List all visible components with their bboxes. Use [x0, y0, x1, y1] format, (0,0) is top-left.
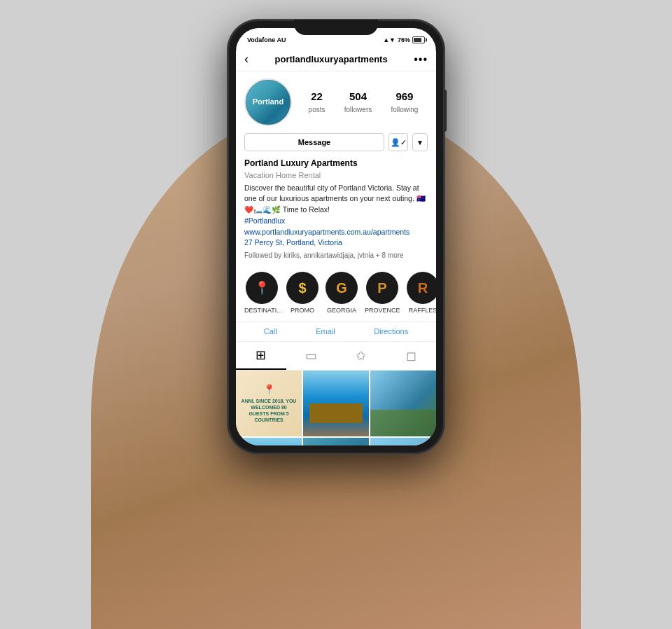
- igtv-icon: ▭: [305, 348, 317, 364]
- action-buttons: Message 👤✓ ▼: [244, 133, 428, 151]
- follow-icon-button[interactable]: 👤✓: [388, 133, 408, 151]
- phone-shell: Vodafone AU ▲▼ 76% ‹ portlandluxuryapart…: [227, 20, 444, 454]
- highlight-circle-raffles: R: [407, 272, 436, 304]
- bio-description: Discover the beautiful city of Portland …: [244, 183, 428, 216]
- bio-category: Vacation Home Rental: [244, 170, 428, 181]
- battery-percent: 76%: [398, 36, 410, 43]
- photo-2[interactable]: [303, 371, 369, 436]
- highlight-label-raffles: RAFFLES: [409, 307, 436, 314]
- highlight-circle-promo: $: [286, 272, 318, 304]
- signal-icon: ▲▼: [383, 36, 396, 43]
- highlight-label-destinations: DESTINATI...: [244, 307, 279, 314]
- highlight-circle-provence: P: [366, 272, 398, 304]
- photo-4[interactable]: [236, 438, 302, 445]
- highlight-promo[interactable]: $ PROMO: [286, 272, 318, 314]
- action-links-row: Call Email Directions: [236, 322, 436, 342]
- dropdown-button[interactable]: ▼: [412, 133, 428, 151]
- highlight-label-provence: PROVENCE: [365, 307, 400, 314]
- followers-stat[interactable]: 504 followers: [344, 90, 372, 115]
- phone-screen: Vodafone AU ▲▼ 76% ‹ portlandluxuryapart…: [236, 28, 436, 445]
- star-icon: ✩: [356, 348, 366, 364]
- battery-icon: [412, 36, 425, 43]
- battery-area: ▲▼ 76%: [383, 36, 425, 43]
- pin-icon: 📍: [263, 384, 275, 395]
- grid-icon: ⊞: [255, 347, 266, 363]
- followers-count: 504: [344, 90, 372, 102]
- notch: [294, 20, 378, 35]
- more-options-button[interactable]: •••: [414, 53, 428, 66]
- profile-top: Portland 22 posts 504 followers: [244, 78, 428, 126]
- posts-count: 22: [309, 90, 326, 102]
- call-link[interactable]: Call: [264, 327, 277, 336]
- avatar-text: Portland: [253, 97, 284, 106]
- highlight-circle-destinations: 📍: [246, 272, 278, 304]
- photo-3[interactable]: [370, 371, 436, 436]
- directions-link[interactable]: Directions: [374, 327, 408, 336]
- photo-5[interactable]: [303, 438, 369, 445]
- tab-igtv[interactable]: ▭: [286, 342, 337, 370]
- scene: Vodafone AU ▲▼ 76% ‹ portlandluxuryapart…: [0, 0, 672, 629]
- following-count: 969: [391, 90, 418, 102]
- posts-stat[interactable]: 22 posts: [309, 90, 326, 115]
- bio-section: Portland Luxury Apartments Vacation Home…: [244, 157, 428, 261]
- stats-row: 22 posts 504 followers 969 following: [299, 90, 428, 115]
- tab-bar: ⊞ ▭ ✩ ◻: [236, 342, 436, 371]
- highlight-label-georgia: GEORGIA: [327, 307, 356, 314]
- bio-website[interactable]: www.portlandluxuryapartments.com.au/apar…: [244, 227, 428, 238]
- highlight-raffles[interactable]: R RAFFLES: [407, 272, 436, 314]
- profile-username: portlandluxuryapartments: [275, 54, 388, 64]
- tab-mentions[interactable]: ◻: [386, 342, 437, 370]
- following-label: following: [391, 106, 418, 113]
- airbnb-card-text: ANNI, SINCE 2018, YOU WELCOMED 80 GUESTS…: [240, 398, 298, 423]
- person-check-icon: 👤✓: [391, 138, 407, 147]
- photo-1[interactable]: 📍 ANNI, SINCE 2018, YOU WELCOMED 80 GUES…: [236, 371, 302, 436]
- person-icon: ◻: [406, 348, 416, 364]
- highlight-georgia[interactable]: G GEORGIA: [326, 272, 358, 314]
- highlight-label-promo: PROMO: [290, 307, 314, 314]
- back-button[interactable]: ‹: [244, 52, 248, 67]
- tab-tagged[interactable]: ✩: [336, 342, 386, 370]
- highlight-provence[interactable]: P PROVENCE: [365, 272, 400, 314]
- followers-label: followers: [344, 106, 372, 113]
- bio-location[interactable]: 27 Percy St, Portland, Victoria: [244, 237, 428, 249]
- ig-header: ‹ portlandluxuryapartments •••: [236, 48, 436, 71]
- following-stat[interactable]: 969 following: [391, 90, 418, 115]
- tab-grid[interactable]: ⊞: [236, 342, 286, 370]
- photo-grid: 📍 ANNI, SINCE 2018, YOU WELCOMED 80 GUES…: [236, 371, 436, 445]
- bio-name: Portland Luxury Apartments: [244, 157, 428, 170]
- carrier-text: Vodafone AU: [247, 36, 286, 43]
- photo-6[interactable]: [370, 438, 436, 445]
- highlight-circle-georgia: G: [326, 272, 358, 304]
- highlight-destinations[interactable]: 📍 DESTINATI...: [244, 272, 279, 314]
- highlights-row: 📍 DESTINATI... $ PROMO G GEORGIA P PROVE…: [236, 265, 436, 322]
- bio-followed-by: Followed by kiriks, annikartawidjaja, jv…: [244, 250, 428, 261]
- posts-label: posts: [309, 106, 326, 113]
- message-button[interactable]: Message: [244, 133, 384, 151]
- avatar[interactable]: Portland: [244, 78, 292, 126]
- bio-hashtag[interactable]: #Portlandlux: [244, 216, 428, 227]
- email-link[interactable]: Email: [316, 327, 335, 336]
- profile-section: Portland 22 posts 504 followers: [236, 71, 436, 265]
